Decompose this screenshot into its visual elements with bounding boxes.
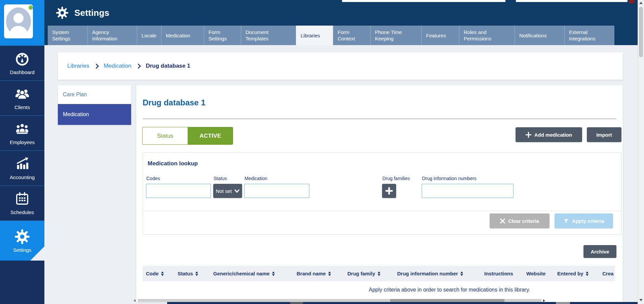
x-icon <box>500 218 505 224</box>
column-header-status[interactable]: Status <box>174 271 210 276</box>
hscroll-right-arrow[interactable] <box>543 299 545 302</box>
avatar[interactable] <box>4 4 33 38</box>
tab-label: Medication <box>166 32 190 39</box>
sidebar-item-label: Accounting <box>10 174 35 180</box>
apply-criteria-button[interactable]: Apply criteria <box>555 213 613 228</box>
vertical-scrollbar-thumb[interactable] <box>639 7 643 57</box>
status-toggle-value[interactable]: ACTIVE <box>188 127 233 145</box>
subnav-item-medication[interactable]: Medication <box>58 104 131 125</box>
vscroll-down-arrow[interactable] <box>639 299 643 301</box>
sidebar-item-label: Employees <box>10 139 35 145</box>
horizontal-scrollbar-thumb[interactable] <box>390 299 504 302</box>
active-item-wedge <box>30 246 44 261</box>
tab-locale[interactable]: Locale <box>137 26 161 45</box>
column-label: Brand name <box>297 271 326 276</box>
sidebar-item-label: Schedules <box>10 209 34 215</box>
vscroll-up-arrow[interactable] <box>639 2 643 4</box>
tab-form-settings[interactable]: Form Settings <box>204 26 241 45</box>
tab-roles-and-permissions[interactable]: Roles and Permissions <box>459 26 515 45</box>
sidebar-item-accounting[interactable]: Accounting <box>0 150 44 185</box>
lookup-footer: Clear criteria Apply criteria <box>143 211 621 235</box>
main-panel: Drug database 1 Status ACTIVE Add medica… <box>136 85 623 302</box>
column-header-brand-name[interactable]: Brand name <box>293 271 344 276</box>
column-header-generic-chemical-name[interactable]: Generic/chemical name <box>210 271 293 276</box>
sidebar-item-employees[interactable]: Employees <box>0 115 44 150</box>
vertical-scrollbar[interactable] <box>638 0 644 304</box>
page-title: Settings <box>74 8 109 18</box>
tab-label: Features <box>426 32 446 39</box>
filter-icon <box>563 218 569 224</box>
column-label: Drug family <box>347 271 375 276</box>
status-toggle-label[interactable]: Status <box>142 127 188 145</box>
tab-system-settings[interactable]: System Settings <box>48 26 87 45</box>
sort-icon <box>586 271 589 276</box>
column-header-code[interactable]: Code <box>143 271 174 276</box>
column-label: Generic/chemical name <box>213 271 270 276</box>
horizontal-scrollbar[interactable] <box>138 299 541 302</box>
tab-document-templates[interactable]: Document Templates <box>241 26 296 45</box>
status-dropdown[interactable]: Not set <box>213 184 242 198</box>
sidebar-profile[interactable] <box>0 0 44 45</box>
column-label: Drug information number <box>397 271 458 276</box>
medication-input[interactable] <box>244 184 309 198</box>
tab-notifications[interactable]: Notifications <box>515 26 564 45</box>
sidebar-item-dashboard[interactable]: Dashboard <box>0 45 44 80</box>
status-label: Status <box>214 176 227 181</box>
add-drug-family-button[interactable] <box>382 184 396 198</box>
tab-label: Phone Time Keeping <box>375 29 417 42</box>
subnav-item-label: Medication <box>63 111 89 117</box>
sort-icon <box>460 271 463 276</box>
column-header-website: Website <box>523 271 554 276</box>
status-toggle[interactable]: Status ACTIVE <box>142 127 233 145</box>
column-header-crea[interactable]: Crea <box>599 271 615 276</box>
tab-form-context[interactable]: Form Context <box>333 26 370 45</box>
database-title: Drug database 1 <box>143 98 205 107</box>
drug-information-numbers-label: Drug information numbers <box>422 176 477 181</box>
page-header: Settings <box>44 0 638 26</box>
codes-input[interactable] <box>146 184 211 198</box>
column-header-drug-information-number[interactable]: Drug information number <box>394 271 481 276</box>
breadcrumb-libraries[interactable]: Libraries <box>67 63 89 69</box>
tab-features[interactable]: Features <box>421 26 459 45</box>
settings-tabbar: System SettingsAgency InformationLocaleM… <box>44 26 638 45</box>
drug-families-label: Drug families <box>382 176 410 181</box>
tab-phone-time-keeping[interactable]: Phone Time Keeping <box>370 26 421 45</box>
column-header-entered-by[interactable]: Entered by <box>554 271 599 276</box>
title-divider <box>143 119 616 119</box>
table-empty-message: Apply criteria above in order to search … <box>143 281 615 299</box>
subnav-item-label: Care Plan <box>63 92 87 98</box>
chevron-right-icon <box>136 63 141 69</box>
sidebar-item-label: Dashboard <box>10 69 34 75</box>
column-label: Instructions <box>484 271 513 276</box>
archive-button[interactable]: Archive <box>583 245 616 258</box>
subnav-item-care-plan[interactable]: Care Plan <box>58 85 131 104</box>
tab-label: Form Settings <box>209 29 236 42</box>
tab-agency-information[interactable]: Agency Information <box>87 26 137 45</box>
employees-icon <box>14 121 30 137</box>
avatar-image <box>6 7 31 35</box>
tab-libraries[interactable]: Libraries <box>296 26 333 45</box>
tab-medication[interactable]: Medication <box>161 26 204 45</box>
sidebar: DashboardClientsEmployeesAccountingSched… <box>0 0 44 304</box>
column-label: Crea <box>602 271 613 276</box>
column-header-drug-family[interactable]: Drug family <box>344 271 394 276</box>
sidebar-item-label: Settings <box>13 247 31 253</box>
sidebar-item-schedules[interactable]: Schedules <box>0 185 44 221</box>
hscroll-left-arrow[interactable] <box>134 299 136 302</box>
tab-label: System Settings <box>52 29 83 42</box>
breadcrumb-medication[interactable]: Medication <box>104 63 131 69</box>
medication-label: Medication <box>244 176 267 181</box>
online-status-dot <box>29 5 33 10</box>
sidebar-item-settings[interactable]: Settings <box>0 221 44 261</box>
tab-external-integrations[interactable]: External Integrations <box>564 26 614 45</box>
add-medication-button[interactable]: Add medication <box>516 127 582 142</box>
medication-lookup-panel: Medication lookup Codes Status Not set M… <box>143 153 621 235</box>
clear-criteria-button[interactable]: Clear criteria <box>490 213 550 228</box>
clients-icon <box>14 86 30 102</box>
drug-information-numbers-input[interactable] <box>422 184 514 198</box>
settings-icon <box>14 229 30 244</box>
sort-icon <box>161 271 164 276</box>
apply-criteria-label: Apply criteria <box>572 218 604 224</box>
import-button[interactable]: Import <box>587 127 621 142</box>
sidebar-item-clients[interactable]: Clients <box>0 80 44 115</box>
